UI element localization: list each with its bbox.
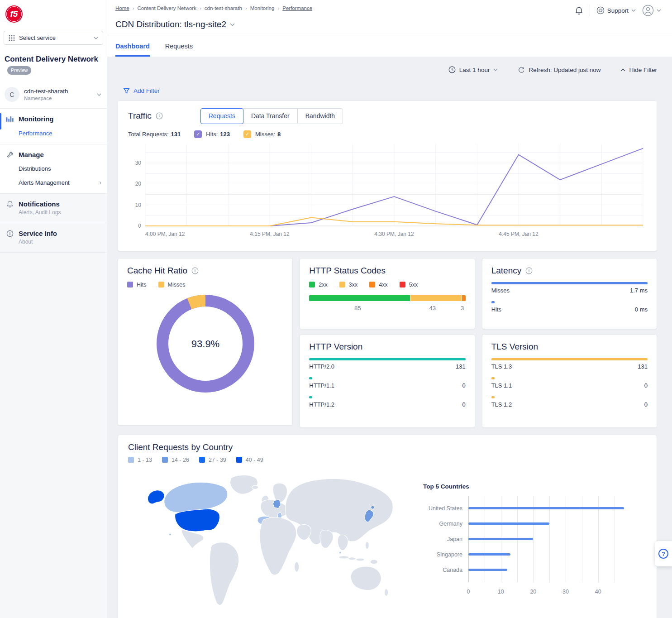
sidebar-item-performance[interactable]: Performance xyxy=(19,130,101,137)
traffic-mode-requests[interactable]: Requests xyxy=(200,108,243,124)
status-card-title: HTTP Status Codes xyxy=(309,266,386,276)
traffic-line-chart[interactable]: 01020304:00 PM, Jan 124:15 PM, Jan 124:3… xyxy=(128,141,647,240)
tls-version-card: TLS Version TLS 1.3131TLS 1.10TLS 1.20 xyxy=(482,334,657,428)
hide-filter-button[interactable]: Hide Filter xyxy=(620,67,657,73)
cache-card-title: Cache Hit Ratio xyxy=(127,266,187,276)
filter-bar: Last 1 hour Refresh: Updated just now Hi… xyxy=(118,63,657,77)
country-new-zealand xyxy=(385,589,388,596)
top5-bar xyxy=(468,522,549,525)
traffic-mode-data-transfer[interactable]: Data Transfer xyxy=(243,108,298,124)
breadcrumb-separator: › xyxy=(245,5,247,11)
refresh-button[interactable]: Refresh: Updated just now xyxy=(518,66,601,73)
breadcrumb-item[interactable]: Monitoring xyxy=(250,5,275,11)
info-icon[interactable] xyxy=(525,267,533,274)
service-info-subtitle: About xyxy=(19,239,101,245)
breadcrumb: Home›Content Delivery Network›cdn-test-s… xyxy=(115,5,575,11)
meter-bar xyxy=(309,396,312,398)
info-icon[interactable] xyxy=(191,267,199,274)
meter-tls-1-2: TLS 1.20 xyxy=(491,396,648,408)
legend-item-5xx: 5xx xyxy=(400,282,418,288)
sidebar-item-manage[interactable]: Manage xyxy=(6,151,101,158)
add-filter-label: Add Filter xyxy=(133,87,160,94)
column-3: Latency Misses1.7 msHits0 ms TLS Version… xyxy=(482,258,657,428)
status-legend: 2xx3xx4xx5xx xyxy=(309,282,465,288)
map-legend: 1 - 1314 - 2627 - 3940 - 49 xyxy=(128,457,647,463)
client-requests-by-country-card: Client Requests by Country 1 - 1314 - 26… xyxy=(118,435,657,618)
meter-bar xyxy=(309,358,465,360)
sidebar-item-notifications[interactable]: Notifications xyxy=(6,200,101,208)
continent-africa xyxy=(260,517,296,575)
refresh-icon xyxy=(518,66,525,73)
breadcrumb-item[interactable]: Home xyxy=(115,5,129,11)
tab-dashboard[interactable]: Dashboard xyxy=(115,43,150,57)
country-united-states xyxy=(175,509,220,532)
traffic-card-title: Traffic xyxy=(128,111,152,121)
manage-label: Manage xyxy=(19,151,44,158)
info-icon xyxy=(6,230,14,237)
time-range-selector[interactable]: Last 1 hour xyxy=(448,66,498,73)
meter-bar xyxy=(491,282,648,284)
breadcrumb-item[interactable]: cdn-test-sharath xyxy=(205,5,242,11)
info-icon[interactable] xyxy=(156,112,163,120)
sidebar-section-notifications[interactable]: Notifications Alerts, Audit Logs xyxy=(0,194,107,223)
latency-card-title: Latency xyxy=(491,266,522,276)
sidebar-item-service-info[interactable]: Service Info xyxy=(6,230,101,237)
breadcrumb-item[interactable]: Content Delivery Network xyxy=(138,5,196,11)
country-indonesia-3 xyxy=(356,558,364,561)
total-requests-stat: Total Requests:131 xyxy=(128,131,181,138)
traffic-mode-bandwidth[interactable]: Bandwidth xyxy=(297,108,343,124)
country-papua xyxy=(370,559,377,564)
title-block: Home›Content Delivery Network›cdn-test-s… xyxy=(107,5,672,35)
status-stacked-bar[interactable] xyxy=(309,295,465,301)
svg-text:4:15 PM, Jan 12: 4:15 PM, Jan 12 xyxy=(250,231,290,237)
top5-row-japan: Japan xyxy=(468,532,624,547)
legend-item-hits: Hits xyxy=(127,282,147,288)
top5-bar xyxy=(468,569,507,571)
top5-row-canada: Canada xyxy=(468,562,624,578)
select-service-dropdown[interactable]: Select service xyxy=(4,31,103,45)
legend-swatch xyxy=(309,282,315,287)
country-indonesia-1 xyxy=(339,556,349,558)
latency-meters: Misses1.7 msHits0 ms xyxy=(491,282,648,313)
hits-checkbox[interactable]: ✓ xyxy=(194,130,202,138)
top5-bar-chart[interactable]: United StatesGermanyJapanSingaporeCanada xyxy=(468,496,624,582)
legend-item-2xx: 2xx xyxy=(309,282,327,288)
grid-icon xyxy=(9,35,15,41)
help-button[interactable]: ? xyxy=(655,541,672,566)
top5-label: Germany xyxy=(439,521,462,527)
account-menu[interactable] xyxy=(642,5,661,16)
misses-checkbox[interactable]: ✓ xyxy=(243,130,251,138)
page: f5 Select service Content Delivery Netwo… xyxy=(0,0,672,618)
header-icons: @ Support xyxy=(575,5,661,16)
bell-icon xyxy=(6,200,14,208)
sidebar-filler xyxy=(0,253,107,618)
legend-item-misses: Misses xyxy=(158,282,186,288)
country-madagascar xyxy=(295,561,299,571)
top5-x-axis: 010203040 xyxy=(468,589,624,598)
sidebar-item-distributions[interactable]: Distributions xyxy=(19,165,101,172)
chevron-down-icon[interactable] xyxy=(230,23,235,26)
sidebar-item-alerts-management[interactable]: Alerts Management› xyxy=(19,179,101,186)
sidebar-item-monitoring[interactable]: Monitoring xyxy=(6,115,101,123)
breadcrumb-item[interactable]: Performance xyxy=(282,5,312,11)
funnel-icon xyxy=(123,88,130,94)
status-segment-2xx xyxy=(309,295,410,301)
top5-axis-tick: 20 xyxy=(530,589,536,595)
meter-http-2-0: HTTP/2.0131 xyxy=(309,358,465,370)
cache-donut-chart[interactable]: 93.9% xyxy=(156,294,255,393)
f5-logo[interactable]: f5 xyxy=(5,5,23,23)
support-menu[interactable]: @ Support xyxy=(596,6,636,14)
sidebar-section-service-info[interactable]: Service Info About xyxy=(0,223,107,253)
tab-requests[interactable]: Requests xyxy=(165,43,193,57)
status-values: 85433 xyxy=(309,305,465,311)
namespace-selector[interactable]: C cdn-test-sharath Namespace xyxy=(0,82,107,109)
notifications-bell-button[interactable] xyxy=(575,6,583,15)
add-filter-button[interactable]: Add Filter xyxy=(123,87,160,94)
world-map[interactable] xyxy=(135,472,400,609)
namespace-texts: cdn-test-sharath Namespace xyxy=(24,88,92,101)
tab-bar: DashboardRequests xyxy=(115,35,661,57)
namespace-name: cdn-test-sharath xyxy=(24,88,92,95)
page-title: CDN Distribution: tls-ng-site2 xyxy=(115,19,226,29)
hide-filter-label: Hide Filter xyxy=(629,67,657,73)
svg-text:30: 30 xyxy=(135,160,142,166)
